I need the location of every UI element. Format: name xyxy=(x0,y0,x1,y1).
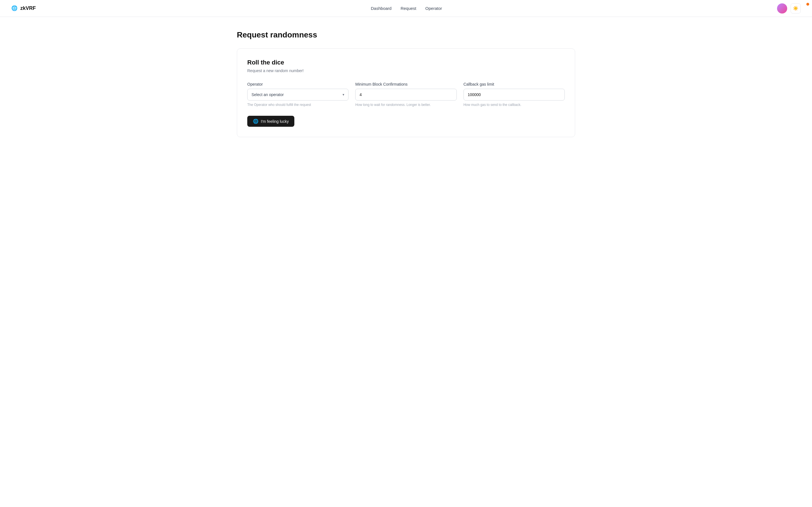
min-block-hint: How long to wait for randomness. Longer … xyxy=(355,103,456,107)
theme-toggle-button[interactable]: ☀️ xyxy=(791,3,801,13)
avatar[interactable] xyxy=(777,3,787,13)
card-subtitle: Request a new random number! xyxy=(247,68,565,73)
nav-link-operator[interactable]: Operator xyxy=(425,6,442,11)
gas-limit-field-group: Callback gas limit How much gas to send … xyxy=(463,82,565,107)
operator-label: Operator xyxy=(247,82,349,87)
chevron-down-icon: ▾ xyxy=(343,93,344,97)
nav-link-request[interactable]: Request xyxy=(401,6,416,11)
brand-icon: 🌐 xyxy=(11,5,18,12)
brand-logo[interactable]: 🌐 zkVRF xyxy=(11,5,36,12)
page-title: Request randomness xyxy=(237,31,575,40)
request-card: Roll the dice Request a new random numbe… xyxy=(237,48,575,137)
brand-name: zkVRF xyxy=(20,5,36,11)
navbar: 🌐 zkVRF Dashboard Request Operator ☀️ xyxy=(0,0,812,17)
operator-select[interactable]: Select an operator ▾ xyxy=(247,89,349,101)
operator-select-value: Select an operator xyxy=(252,93,284,97)
card-title: Roll the dice xyxy=(247,59,565,66)
operator-field-group: Operator Select an operator ▾ The Operat… xyxy=(247,82,349,107)
min-block-input[interactable] xyxy=(355,89,456,101)
nav-link-dashboard[interactable]: Dashboard xyxy=(371,6,391,11)
main-content: Request randomness Roll the dice Request… xyxy=(225,17,587,151)
navbar-actions: ☀️ xyxy=(777,3,801,13)
gas-limit-label: Callback gas limit xyxy=(463,82,565,87)
feeling-lucky-button[interactable]: 🌐 I'm feeling lucky xyxy=(247,116,294,127)
button-label: I'm feeling lucky xyxy=(261,119,289,124)
button-icon: 🌐 xyxy=(253,119,259,124)
gas-limit-hint: How much gas to send to the callback. xyxy=(463,103,565,107)
form-grid: Operator Select an operator ▾ The Operat… xyxy=(247,82,565,107)
theme-toggle-icon: ☀️ xyxy=(793,6,799,11)
nav-links: Dashboard Request Operator xyxy=(371,6,442,11)
gas-limit-input[interactable] xyxy=(463,89,565,101)
operator-hint: The Operator who should fulfill the requ… xyxy=(247,103,349,107)
min-block-label: Minimum Block Confirmations xyxy=(355,82,456,87)
min-block-field-group: Minimum Block Confirmations How long to … xyxy=(355,82,456,107)
notification-dot xyxy=(806,3,809,6)
